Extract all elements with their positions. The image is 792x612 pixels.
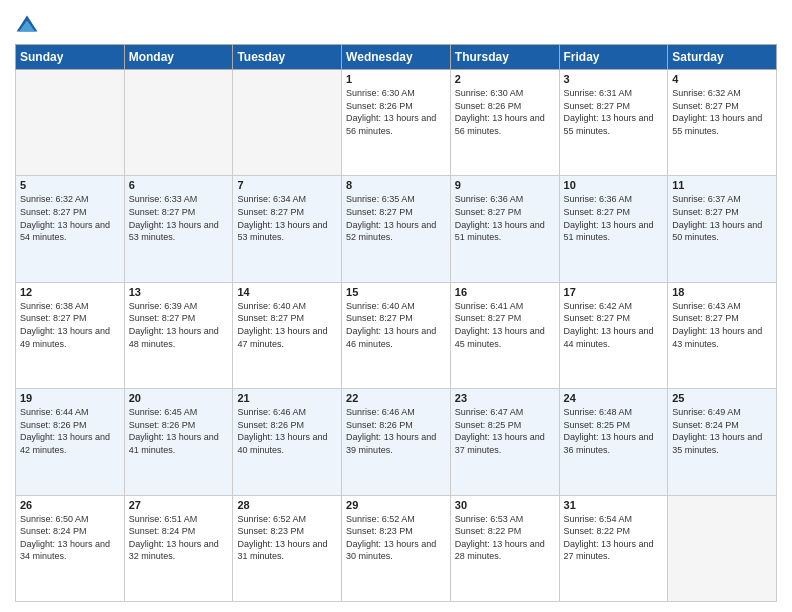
calendar-cell: 7Sunrise: 6:34 AM Sunset: 8:27 PM Daylig… <box>233 176 342 282</box>
day-number: 8 <box>346 179 446 191</box>
day-detail: Sunrise: 6:54 AM Sunset: 8:22 PM Dayligh… <box>564 513 664 563</box>
day-number: 15 <box>346 286 446 298</box>
calendar-table: SundayMondayTuesdayWednesdayThursdayFrid… <box>15 44 777 602</box>
day-detail: Sunrise: 6:33 AM Sunset: 8:27 PM Dayligh… <box>129 193 229 243</box>
day-detail: Sunrise: 6:46 AM Sunset: 8:26 PM Dayligh… <box>346 406 446 456</box>
day-detail: Sunrise: 6:52 AM Sunset: 8:23 PM Dayligh… <box>346 513 446 563</box>
calendar-cell: 5Sunrise: 6:32 AM Sunset: 8:27 PM Daylig… <box>16 176 125 282</box>
day-header-saturday: Saturday <box>668 45 777 70</box>
day-header-monday: Monday <box>124 45 233 70</box>
calendar-cell: 8Sunrise: 6:35 AM Sunset: 8:27 PM Daylig… <box>342 176 451 282</box>
calendar-cell: 29Sunrise: 6:52 AM Sunset: 8:23 PM Dayli… <box>342 495 451 601</box>
day-detail: Sunrise: 6:30 AM Sunset: 8:26 PM Dayligh… <box>346 87 446 137</box>
day-number: 5 <box>20 179 120 191</box>
day-number: 13 <box>129 286 229 298</box>
day-detail: Sunrise: 6:42 AM Sunset: 8:27 PM Dayligh… <box>564 300 664 350</box>
calendar-cell: 20Sunrise: 6:45 AM Sunset: 8:26 PM Dayli… <box>124 389 233 495</box>
calendar-week-row: 5Sunrise: 6:32 AM Sunset: 8:27 PM Daylig… <box>16 176 777 282</box>
day-number: 26 <box>20 499 120 511</box>
calendar-cell: 26Sunrise: 6:50 AM Sunset: 8:24 PM Dayli… <box>16 495 125 601</box>
day-number: 2 <box>455 73 555 85</box>
day-number: 17 <box>564 286 664 298</box>
day-detail: Sunrise: 6:37 AM Sunset: 8:27 PM Dayligh… <box>672 193 772 243</box>
logo-icon <box>15 14 39 38</box>
calendar-cell: 28Sunrise: 6:52 AM Sunset: 8:23 PM Dayli… <box>233 495 342 601</box>
day-number: 3 <box>564 73 664 85</box>
day-number: 11 <box>672 179 772 191</box>
day-number: 20 <box>129 392 229 404</box>
day-header-sunday: Sunday <box>16 45 125 70</box>
day-detail: Sunrise: 6:34 AM Sunset: 8:27 PM Dayligh… <box>237 193 337 243</box>
day-number: 27 <box>129 499 229 511</box>
day-detail: Sunrise: 6:39 AM Sunset: 8:27 PM Dayligh… <box>129 300 229 350</box>
day-number: 6 <box>129 179 229 191</box>
header <box>15 10 777 38</box>
day-detail: Sunrise: 6:30 AM Sunset: 8:26 PM Dayligh… <box>455 87 555 137</box>
day-number: 7 <box>237 179 337 191</box>
day-detail: Sunrise: 6:51 AM Sunset: 8:24 PM Dayligh… <box>129 513 229 563</box>
calendar-cell: 14Sunrise: 6:40 AM Sunset: 8:27 PM Dayli… <box>233 282 342 388</box>
calendar-cell: 18Sunrise: 6:43 AM Sunset: 8:27 PM Dayli… <box>668 282 777 388</box>
day-detail: Sunrise: 6:35 AM Sunset: 8:27 PM Dayligh… <box>346 193 446 243</box>
day-detail: Sunrise: 6:45 AM Sunset: 8:26 PM Dayligh… <box>129 406 229 456</box>
calendar-cell: 22Sunrise: 6:46 AM Sunset: 8:26 PM Dayli… <box>342 389 451 495</box>
day-number: 12 <box>20 286 120 298</box>
day-number: 14 <box>237 286 337 298</box>
day-detail: Sunrise: 6:40 AM Sunset: 8:27 PM Dayligh… <box>346 300 446 350</box>
calendar-cell: 2Sunrise: 6:30 AM Sunset: 8:26 PM Daylig… <box>450 70 559 176</box>
day-detail: Sunrise: 6:46 AM Sunset: 8:26 PM Dayligh… <box>237 406 337 456</box>
day-number: 10 <box>564 179 664 191</box>
day-number: 28 <box>237 499 337 511</box>
day-number: 4 <box>672 73 772 85</box>
calendar-cell: 31Sunrise: 6:54 AM Sunset: 8:22 PM Dayli… <box>559 495 668 601</box>
day-number: 18 <box>672 286 772 298</box>
logo <box>15 14 41 38</box>
day-detail: Sunrise: 6:47 AM Sunset: 8:25 PM Dayligh… <box>455 406 555 456</box>
calendar-cell: 10Sunrise: 6:36 AM Sunset: 8:27 PM Dayli… <box>559 176 668 282</box>
day-detail: Sunrise: 6:38 AM Sunset: 8:27 PM Dayligh… <box>20 300 120 350</box>
calendar-cell: 9Sunrise: 6:36 AM Sunset: 8:27 PM Daylig… <box>450 176 559 282</box>
day-detail: Sunrise: 6:41 AM Sunset: 8:27 PM Dayligh… <box>455 300 555 350</box>
calendar-cell: 30Sunrise: 6:53 AM Sunset: 8:22 PM Dayli… <box>450 495 559 601</box>
day-number: 9 <box>455 179 555 191</box>
calendar-cell <box>124 70 233 176</box>
day-detail: Sunrise: 6:52 AM Sunset: 8:23 PM Dayligh… <box>237 513 337 563</box>
calendar-header-row: SundayMondayTuesdayWednesdayThursdayFrid… <box>16 45 777 70</box>
day-number: 24 <box>564 392 664 404</box>
day-header-friday: Friday <box>559 45 668 70</box>
day-detail: Sunrise: 6:50 AM Sunset: 8:24 PM Dayligh… <box>20 513 120 563</box>
calendar-week-row: 1Sunrise: 6:30 AM Sunset: 8:26 PM Daylig… <box>16 70 777 176</box>
calendar-cell: 11Sunrise: 6:37 AM Sunset: 8:27 PM Dayli… <box>668 176 777 282</box>
day-header-tuesday: Tuesday <box>233 45 342 70</box>
day-number: 16 <box>455 286 555 298</box>
calendar-cell: 15Sunrise: 6:40 AM Sunset: 8:27 PM Dayli… <box>342 282 451 388</box>
day-detail: Sunrise: 6:31 AM Sunset: 8:27 PM Dayligh… <box>564 87 664 137</box>
calendar-week-row: 19Sunrise: 6:44 AM Sunset: 8:26 PM Dayli… <box>16 389 777 495</box>
day-number: 1 <box>346 73 446 85</box>
calendar-cell: 12Sunrise: 6:38 AM Sunset: 8:27 PM Dayli… <box>16 282 125 388</box>
calendar-cell: 3Sunrise: 6:31 AM Sunset: 8:27 PM Daylig… <box>559 70 668 176</box>
calendar-cell <box>233 70 342 176</box>
day-detail: Sunrise: 6:49 AM Sunset: 8:24 PM Dayligh… <box>672 406 772 456</box>
day-detail: Sunrise: 6:36 AM Sunset: 8:27 PM Dayligh… <box>564 193 664 243</box>
calendar-cell: 1Sunrise: 6:30 AM Sunset: 8:26 PM Daylig… <box>342 70 451 176</box>
day-detail: Sunrise: 6:36 AM Sunset: 8:27 PM Dayligh… <box>455 193 555 243</box>
day-detail: Sunrise: 6:32 AM Sunset: 8:27 PM Dayligh… <box>20 193 120 243</box>
calendar-week-row: 26Sunrise: 6:50 AM Sunset: 8:24 PM Dayli… <box>16 495 777 601</box>
calendar-cell: 21Sunrise: 6:46 AM Sunset: 8:26 PM Dayli… <box>233 389 342 495</box>
day-header-thursday: Thursday <box>450 45 559 70</box>
day-header-wednesday: Wednesday <box>342 45 451 70</box>
day-number: 21 <box>237 392 337 404</box>
day-number: 25 <box>672 392 772 404</box>
calendar-cell: 6Sunrise: 6:33 AM Sunset: 8:27 PM Daylig… <box>124 176 233 282</box>
calendar-cell: 23Sunrise: 6:47 AM Sunset: 8:25 PM Dayli… <box>450 389 559 495</box>
day-number: 23 <box>455 392 555 404</box>
day-number: 30 <box>455 499 555 511</box>
day-detail: Sunrise: 6:40 AM Sunset: 8:27 PM Dayligh… <box>237 300 337 350</box>
day-detail: Sunrise: 6:43 AM Sunset: 8:27 PM Dayligh… <box>672 300 772 350</box>
calendar-cell: 24Sunrise: 6:48 AM Sunset: 8:25 PM Dayli… <box>559 389 668 495</box>
calendar-cell: 19Sunrise: 6:44 AM Sunset: 8:26 PM Dayli… <box>16 389 125 495</box>
day-number: 22 <box>346 392 446 404</box>
calendar-cell: 27Sunrise: 6:51 AM Sunset: 8:24 PM Dayli… <box>124 495 233 601</box>
day-number: 19 <box>20 392 120 404</box>
